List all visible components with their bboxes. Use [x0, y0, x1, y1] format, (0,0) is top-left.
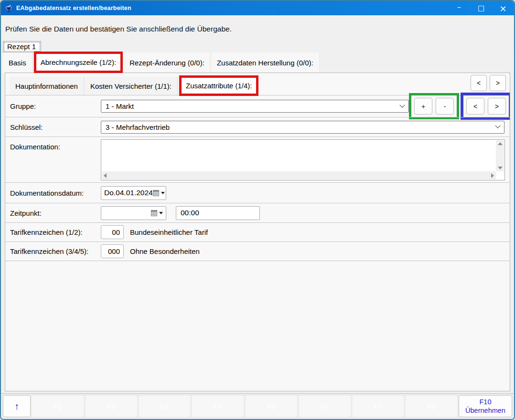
dokumentationsdatum-input[interactable]: Do.04.01.2024: [101, 186, 166, 200]
app-icon: [5, 4, 13, 12]
tarifkennzeichen-345-value: 000: [108, 247, 120, 255]
gruppe-selected-value: 1 - Markt: [106, 102, 134, 110]
window-controls: – □ ×: [448, 1, 514, 15]
schluessel-selected-value: 3 - Mehrfachvertrieb: [106, 123, 170, 131]
form-row-tarifkennzeichen-345: Tarifkennzeichen (3/4/5): 000 Ohne Beson…: [5, 242, 510, 261]
chevron-down-icon: [495, 123, 500, 128]
attribute-next-button[interactable]: >: [488, 98, 506, 115]
tab-rezept-aenderung[interactable]: Rezept-Änderung (0/0):: [124, 52, 211, 73]
f10-uebernehmen-button[interactable]: F10 Übernehmen: [459, 395, 512, 417]
horizontal-scrollbar[interactable]: [102, 171, 496, 179]
tarifkennzeichen-12-value: 00: [112, 228, 120, 236]
zeitpunkt-date-input[interactable]: [101, 206, 166, 220]
level3-tab-bar: Hauptinformationen Kosten Versicherter (…: [5, 73, 510, 95]
form-row-dokumentation: Dokumentation:: [5, 136, 510, 182]
f10-action-label: Übernehmen: [465, 406, 505, 415]
add-attribute-button[interactable]: +: [414, 98, 432, 115]
form-row-dokumentationsdatum: Dokumentationsdatum: Do.04.01.2024: [5, 182, 510, 203]
tarifkennzeichen-345-input[interactable]: 000: [101, 244, 124, 258]
maximize-button[interactable]: □: [470, 1, 492, 15]
zeitpunkt-time-input[interactable]: 00:00: [176, 206, 260, 220]
dokumentationsdatum-label: Dokumentationsdatum:: [10, 189, 101, 197]
tab-basis[interactable]: Basis: [3, 52, 33, 73]
attribute-pager-annotation-box: < >: [461, 93, 510, 120]
tab-zusatzattribute[interactable]: Zusatzattribute (1/4):: [179, 75, 258, 96]
dialog-window: EAbgabedatensatz erstellen/bearbeiten – …: [0, 0, 515, 420]
f5-button: F5: [245, 395, 298, 417]
scroll-down-icon[interactable]: [498, 167, 503, 169]
function-key-bar: ↑ F1 F2 F3 F4 F5 F6 F7 F9 F10 Übernehmen: [1, 393, 514, 419]
level2-tab-bar: Basis Abrechnungszeile (1/2): Rezept-Änd…: [1, 52, 514, 73]
zeitpunkt-label: Zeitpunkt:: [10, 209, 101, 217]
date-dropdown-arrow-icon[interactable]: [159, 212, 163, 214]
dokumentationsdatum-value: Do.04.01.2024: [104, 189, 153, 197]
f1-button: F1: [32, 395, 84, 417]
dokumentation-textarea[interactable]: [101, 139, 505, 180]
tab-rezept-1[interactable]: Rezept 1: [3, 41, 41, 52]
form-row-gruppe: Gruppe: 1 - Markt + - < >: [5, 95, 510, 117]
tarifkennzeichen-345-description: Ohne Besonderheiten: [130, 247, 200, 255]
pager-next-button[interactable]: >: [490, 75, 506, 91]
tab-hauptinformationen[interactable]: Hauptinformationen: [10, 77, 85, 95]
scroll-left-icon[interactable]: [104, 173, 107, 178]
form-row-zeitpunkt: Zeitpunkt: 00:00: [5, 203, 510, 222]
content-panel: Hauptinformationen Kosten Versicherter (…: [5, 73, 510, 391]
form-row-tarifkennzeichen-12: Tarifkennzeichen (1/2): 00 Bundeseinheit…: [5, 222, 510, 242]
record-pager: < >: [471, 75, 506, 91]
attribute-prev-button[interactable]: <: [466, 98, 484, 115]
up-arrow-icon: ↑: [14, 401, 19, 412]
f10-key-label: F10: [480, 398, 492, 406]
f6-button: F6: [299, 395, 351, 417]
date-dropdown-arrow-icon[interactable]: [161, 192, 165, 194]
scroll-up-icon[interactable]: [498, 142, 503, 145]
pager-prev-button[interactable]: <: [471, 75, 487, 91]
tab-zusatzdaten-herstellung[interactable]: Zusatzdaten Herstellung (0/0):: [211, 52, 320, 73]
remove-attribute-button[interactable]: -: [436, 98, 454, 115]
instruction-text: Prüfen Sie die Daten und bestätigen Sie …: [1, 15, 514, 33]
tarifkennzeichen-345-label: Tarifkennzeichen (3/4/5):: [10, 247, 101, 255]
panel-empty-area: [5, 261, 510, 391]
zeitpunkt-time-value: 00:00: [181, 209, 199, 217]
calendar-icon[interactable]: [151, 210, 157, 216]
chevron-down-icon: [399, 102, 405, 107]
window-title: EAbgabedatensatz erstellen/bearbeiten: [16, 5, 131, 11]
gruppe-select[interactable]: 1 - Markt: [101, 100, 409, 113]
close-button[interactable]: ×: [492, 1, 514, 15]
tab-abrechnungszeile[interactable]: Abrechnungszeile (1/2):: [34, 52, 123, 73]
gruppe-label: Gruppe:: [10, 102, 101, 110]
form-row-schluessel: Schlüssel: 3 - Mehrfachvertrieb: [5, 117, 510, 136]
up-arrow-button[interactable]: ↑: [3, 395, 31, 417]
schluessel-select[interactable]: 3 - Mehrfachvertrieb: [101, 121, 504, 134]
f4-button: F4: [192, 395, 244, 417]
tab-kosten-versicherter[interactable]: Kosten Versicherter (1/1):: [85, 77, 178, 95]
tarifkennzeichen-12-description: Bundeseinheitlicher Tarif: [130, 228, 208, 236]
add-remove-annotation-box: + -: [409, 93, 459, 119]
f3-button: F3: [139, 395, 191, 417]
f9-button: F9: [405, 395, 458, 417]
f2-button: F2: [85, 395, 138, 417]
scroll-right-icon[interactable]: [491, 173, 494, 178]
tarifkennzeichen-12-input[interactable]: 00: [101, 225, 124, 239]
tarifkennzeichen-12-label: Tarifkennzeichen (1/2):: [10, 228, 101, 236]
calendar-icon[interactable]: [153, 190, 159, 196]
minimize-button[interactable]: –: [448, 1, 470, 15]
f7-button: F7: [352, 395, 405, 417]
dokumentation-label: Dokumentation:: [10, 137, 101, 151]
schluessel-label: Schlüssel:: [10, 123, 101, 131]
title-bar: EAbgabedatensatz erstellen/bearbeiten – …: [1, 1, 514, 15]
vertical-scrollbar[interactable]: [496, 140, 504, 171]
recipe-tab-row: Rezept 1: [3, 41, 514, 52]
